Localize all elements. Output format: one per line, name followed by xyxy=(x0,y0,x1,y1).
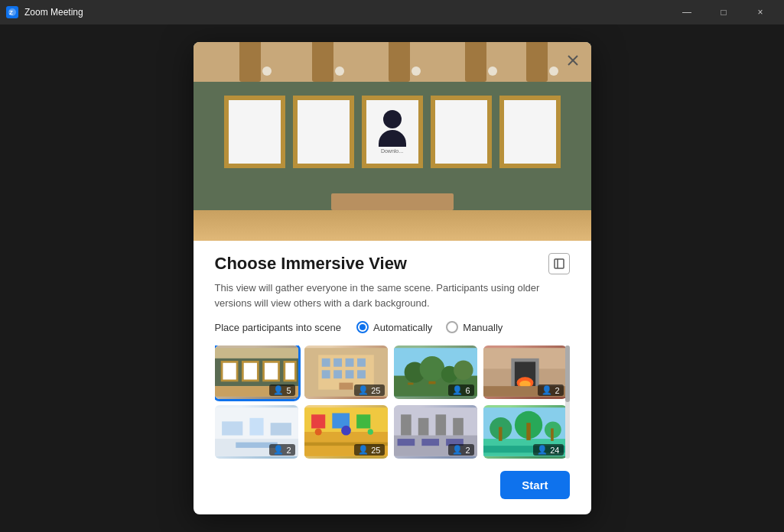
floor xyxy=(194,210,591,241)
scenes-scrollbar[interactable] xyxy=(565,345,570,459)
titlebar-left: Z Zoom Meeting xyxy=(6,6,83,18)
svg-rect-11 xyxy=(263,362,278,381)
beam xyxy=(465,42,486,82)
scene-5-num: 2 xyxy=(286,446,291,455)
scene-5-count: 👤 2 xyxy=(269,444,294,456)
window-controls: — □ × xyxy=(669,0,778,24)
avatar-label: Downlo... xyxy=(381,148,403,154)
modal-header: Choose Immersive View xyxy=(215,253,570,274)
svg-rect-57 xyxy=(418,418,428,436)
scene-preview: Downlo... xyxy=(194,42,591,241)
svg-rect-18 xyxy=(357,358,366,367)
svg-rect-4 xyxy=(555,259,564,268)
scene-8-count: 👤 24 xyxy=(533,444,563,456)
scene-7-num: 2 xyxy=(465,446,470,455)
scene-8-num: 24 xyxy=(550,446,559,455)
svg-rect-16 xyxy=(333,358,342,367)
svg-point-29 xyxy=(454,361,473,380)
modal-close-button[interactable] xyxy=(564,51,582,70)
maximize-button[interactable]: □ xyxy=(706,0,741,24)
scene-4[interactable]: 👤 2 xyxy=(483,345,567,399)
svg-rect-66 xyxy=(498,427,502,441)
svg-rect-42 xyxy=(249,418,263,436)
person-icon-small: 👤 xyxy=(273,385,284,395)
beam xyxy=(312,42,333,82)
person-icon-small: 👤 xyxy=(542,385,552,395)
scene-1-num: 5 xyxy=(286,386,291,395)
radio-auto-circle[interactable] xyxy=(356,321,369,333)
svg-rect-49 xyxy=(356,414,370,428)
avatar xyxy=(379,110,406,147)
ceiling xyxy=(194,42,591,82)
light xyxy=(488,66,497,76)
scrollbar-thumb[interactable] xyxy=(565,345,570,402)
scene-4-num: 2 xyxy=(555,386,559,395)
modal-content: Choose Immersive View This view will gat… xyxy=(194,253,591,459)
svg-rect-58 xyxy=(435,414,446,435)
person-icon-small: 👤 xyxy=(358,445,369,455)
scene-6[interactable]: 👤 25 xyxy=(304,405,388,459)
light xyxy=(549,66,558,76)
svg-point-53 xyxy=(367,429,372,434)
scene-1[interactable]: 👤 5 xyxy=(215,345,298,399)
place-participants-row: Place participants into scene Automatica… xyxy=(215,321,570,333)
scene-8[interactable]: 👤 24 xyxy=(483,405,567,459)
svg-point-27 xyxy=(419,356,444,381)
svg-rect-10 xyxy=(242,362,258,381)
scene-4-count: 👤 2 xyxy=(538,384,563,396)
frame-4 xyxy=(431,96,492,168)
modal-description: This view will gather everyone in the sa… xyxy=(215,281,570,310)
radio-group: Automatically Manually xyxy=(356,321,503,333)
scene-2[interactable]: 👤 25 xyxy=(304,345,388,399)
svg-rect-15 xyxy=(321,358,330,367)
light xyxy=(412,66,421,76)
avatar-head xyxy=(383,110,402,128)
frame-center: Downlo... xyxy=(362,96,423,168)
scene-7[interactable]: 👤 2 xyxy=(394,405,477,459)
app-title: Zoom Meeting xyxy=(24,7,83,18)
svg-rect-12 xyxy=(284,362,295,381)
svg-rect-41 xyxy=(222,421,242,435)
svg-rect-43 xyxy=(270,423,291,435)
radio-manual-circle[interactable] xyxy=(446,321,458,333)
person-icon-small: 👤 xyxy=(273,445,284,455)
zoom-icon: Z xyxy=(6,6,18,18)
svg-text:Z: Z xyxy=(9,9,13,16)
beam xyxy=(239,42,261,82)
svg-rect-23 xyxy=(339,383,353,390)
minimize-button[interactable]: — xyxy=(669,0,704,24)
svg-rect-61 xyxy=(421,439,439,446)
svg-rect-20 xyxy=(333,370,342,378)
modal-overlay: Downlo... Choose Immersive View xyxy=(0,24,784,532)
scene-3[interactable]: 👤 6 xyxy=(394,345,477,399)
scene-3-num: 6 xyxy=(465,386,470,395)
radio-auto-dot xyxy=(359,324,366,330)
svg-point-52 xyxy=(341,426,351,436)
svg-rect-31 xyxy=(428,381,435,384)
svg-rect-70 xyxy=(551,428,554,440)
modal-title: Choose Immersive View xyxy=(215,254,408,274)
svg-rect-59 xyxy=(453,418,464,436)
scene-7-count: 👤 2 xyxy=(448,444,473,456)
radio-auto[interactable]: Automatically xyxy=(356,321,432,333)
start-button[interactable]: Start xyxy=(500,471,569,499)
radio-manual[interactable]: Manually xyxy=(446,321,503,333)
person-icon-small: 👤 xyxy=(537,445,548,455)
close-button[interactable]: × xyxy=(743,0,778,24)
expand-button[interactable] xyxy=(548,253,570,274)
avatar-body xyxy=(379,130,406,147)
scene-2-count: 👤 25 xyxy=(354,384,384,396)
modal-footer: Start xyxy=(194,459,591,499)
beam xyxy=(389,42,410,82)
scene-6-num: 25 xyxy=(371,446,380,455)
place-label: Place participants into scene xyxy=(215,322,341,333)
person-icon-small: 👤 xyxy=(452,385,463,395)
scene-5[interactable]: 👤 2 xyxy=(215,405,298,459)
immersive-view-modal: Downlo... Choose Immersive View xyxy=(194,42,591,514)
svg-rect-22 xyxy=(357,370,366,378)
titlebar: Z Zoom Meeting — □ × xyxy=(0,0,784,24)
scenes-container: 👤 5 xyxy=(215,345,570,459)
svg-rect-60 xyxy=(397,439,415,446)
svg-rect-21 xyxy=(345,370,353,378)
svg-point-51 xyxy=(314,428,321,435)
